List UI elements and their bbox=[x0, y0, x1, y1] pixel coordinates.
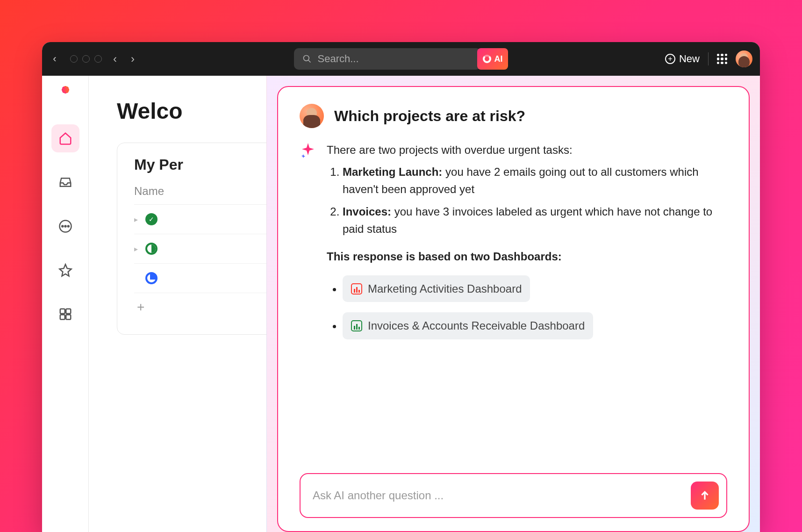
svg-rect-6 bbox=[60, 309, 64, 314]
chevron-right-icon: ▸ bbox=[134, 244, 138, 253]
ai-donut-icon bbox=[483, 55, 491, 63]
dashboard-chip[interactable]: Invoices & Accounts Receivable Dashboard bbox=[343, 312, 593, 339]
more-icon bbox=[58, 219, 72, 233]
svg-point-3 bbox=[62, 226, 63, 227]
status-done-icon: ✓ bbox=[145, 213, 158, 225]
forward-button[interactable]: › bbox=[128, 52, 137, 65]
dashboard-ref: Marketing Activities Dashboard bbox=[343, 275, 727, 302]
svg-rect-7 bbox=[66, 309, 71, 314]
ai-chip-label: AI bbox=[494, 54, 502, 64]
titlebar: ‹ ‹ › Search... AI + New bbox=[42, 42, 760, 76]
arrow-up-icon bbox=[699, 489, 711, 502]
search-input[interactable]: Search... bbox=[294, 48, 481, 70]
search-icon bbox=[302, 54, 312, 64]
dashboard-chip[interactable]: Marketing Activities Dashboard bbox=[343, 275, 530, 302]
svg-point-0 bbox=[304, 56, 309, 61]
star-icon bbox=[58, 263, 72, 277]
svg-line-1 bbox=[308, 60, 311, 63]
divider bbox=[708, 52, 709, 65]
window-traffic-lights[interactable] bbox=[70, 55, 102, 63]
back-button[interactable]: ‹ bbox=[110, 52, 120, 65]
ai-chip-button[interactable]: AI bbox=[477, 48, 508, 70]
ai-ask-row bbox=[300, 473, 727, 518]
sidebar-item-home[interactable] bbox=[51, 124, 79, 152]
dashboard-ref: Invoices & Accounts Receivable Dashboard bbox=[343, 312, 727, 339]
svg-rect-9 bbox=[66, 315, 71, 319]
sidebar bbox=[42, 76, 89, 532]
sidebar-item-inbox[interactable] bbox=[51, 168, 79, 196]
main-content: Welco My Per Name ▸ ✓ ▸ ▸ + bbox=[89, 76, 760, 532]
logo-icon[interactable] bbox=[54, 86, 77, 108]
user-avatar[interactable] bbox=[736, 50, 752, 67]
new-button-label: New bbox=[679, 53, 700, 65]
ai-question-text: Which projects are at risk? bbox=[334, 108, 525, 125]
dashboard-icon bbox=[351, 283, 362, 295]
ai-based-on: This response is based on two Dashboards… bbox=[327, 248, 727, 265]
chevron-left-icon[interactable]: ‹ bbox=[50, 53, 60, 65]
ai-answer-item: Invoices: you have 3 invoices labeled as… bbox=[343, 203, 727, 237]
ai-answer-row: There are two projects with overdue urge… bbox=[300, 141, 727, 350]
chevron-right-icon: ▸ bbox=[134, 215, 138, 224]
ai-answer-body: There are two projects with overdue urge… bbox=[327, 141, 727, 350]
inbox-icon bbox=[58, 175, 72, 189]
sparkle-icon bbox=[300, 142, 316, 159]
ai-send-button[interactable] bbox=[691, 482, 719, 510]
ai-ask-input[interactable] bbox=[313, 489, 683, 502]
ai-answer-item: Marketing Launch: you have 2 emails goin… bbox=[343, 163, 727, 198]
user-avatar bbox=[300, 104, 324, 128]
search-placeholder: Search... bbox=[317, 53, 358, 65]
sidebar-item-favorites[interactable] bbox=[51, 256, 79, 284]
apps-grid-icon[interactable] bbox=[717, 54, 727, 64]
status-half-icon bbox=[145, 243, 158, 255]
grid-icon bbox=[58, 307, 72, 321]
ai-panel: Which projects are at risk? There are tw… bbox=[266, 76, 760, 532]
ai-panel-inner: Which projects are at risk? There are tw… bbox=[277, 86, 750, 532]
plus-circle-icon: + bbox=[665, 54, 675, 64]
dashboard-icon bbox=[351, 320, 362, 331]
svg-rect-8 bbox=[60, 315, 64, 319]
svg-point-5 bbox=[67, 226, 69, 227]
new-button[interactable]: + New bbox=[665, 53, 700, 65]
svg-point-4 bbox=[64, 226, 66, 227]
ai-answer-intro: There are two projects with overdue urge… bbox=[327, 141, 727, 158]
ai-question-row: Which projects are at risk? bbox=[300, 104, 727, 128]
sidebar-item-more[interactable] bbox=[51, 212, 79, 240]
home-icon bbox=[58, 131, 72, 145]
sidebar-item-apps[interactable] bbox=[51, 300, 79, 328]
app-window: ‹ ‹ › Search... AI + New bbox=[42, 42, 760, 532]
status-quarter-icon bbox=[145, 272, 158, 284]
